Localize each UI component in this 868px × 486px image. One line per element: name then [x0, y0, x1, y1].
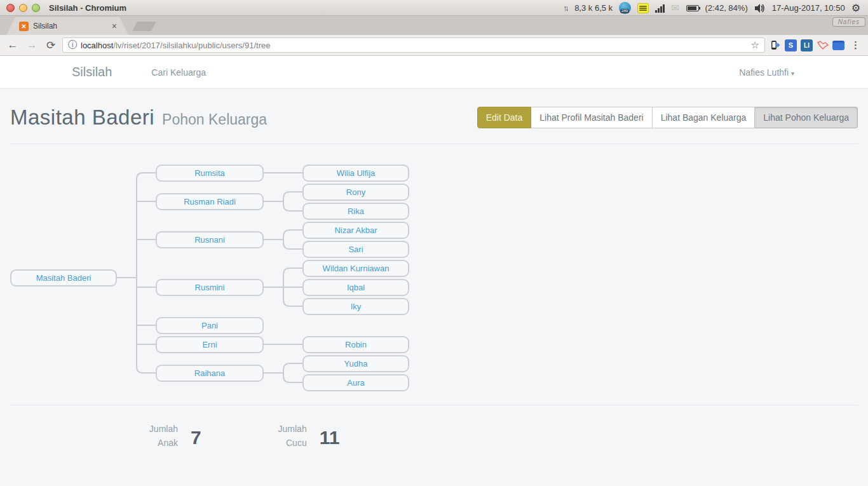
- nav-link-cari-keluarga[interactable]: Cari Keluarga: [151, 67, 206, 78]
- tree-node[interactable]: Rumsita: [156, 165, 264, 182]
- usage-indicator-badge: 289: [620, 9, 629, 13]
- system-tray: ↑↓ 8,3 k 6,5 k 289 ✉ (2:42, 84%) 17-Aug-…: [563, 0, 860, 16]
- mail-icon[interactable]: ✉: [671, 2, 679, 14]
- tab-close-icon[interactable]: ×: [112, 21, 117, 31]
- tree-node[interactable]: Rusman Riadi: [156, 193, 264, 210]
- li-extension-icon[interactable]: LI: [801, 39, 813, 51]
- browser-tab[interactable]: ✕ Silsilah ×: [6, 17, 128, 35]
- lihat-profil-button[interactable]: Lihat Profil Masitah Baderi: [531, 107, 652, 128]
- bookmark-star-icon[interactable]: ☆: [751, 39, 759, 51]
- action-button-group: Edit Data Lihat Profil Masitah Baderi Li…: [477, 107, 858, 128]
- page-titles: Masitah Baderi Pohon Keluarga: [10, 105, 267, 130]
- network-traffic-text: 8,3 k 6,5 k: [574, 3, 613, 13]
- tree-node[interactable]: Rony: [302, 184, 409, 201]
- tree-node[interactable]: Erni: [156, 336, 264, 353]
- stat-anak-value: 7: [191, 427, 201, 449]
- blue-extension-icon[interactable]: [832, 41, 844, 50]
- window-maximize-button[interactable]: [32, 4, 40, 12]
- window-controls: [6, 4, 40, 12]
- stat-cucu-value: 11: [320, 427, 340, 449]
- signal-strength-icon[interactable]: [655, 4, 665, 13]
- battery-status: (2:42, 84%): [705, 3, 748, 13]
- tree-node[interactable]: Sari: [302, 241, 409, 258]
- edit-data-button[interactable]: Edit Data: [477, 107, 532, 128]
- tree-node[interactable]: Pani: [156, 317, 264, 334]
- laravel-extension-icon[interactable]: [817, 39, 829, 51]
- window-title: Silsilah - Chromium: [49, 3, 126, 13]
- usage-indicator-icon[interactable]: 289: [619, 2, 631, 14]
- mobile-view-extension-icon[interactable]: [769, 39, 781, 51]
- gear-icon[interactable]: ⚙: [851, 3, 860, 13]
- stat-cucu-label: Jumlah Cucu: [276, 422, 307, 450]
- battery-icon[interactable]: [686, 5, 699, 11]
- page-header: Masitah Baderi Pohon Keluarga Edit Data …: [0, 89, 868, 144]
- tree-node[interactable]: Iqbal: [302, 279, 409, 296]
- back-button[interactable]: ←: [5, 39, 20, 51]
- url-host: localhost: [81, 41, 113, 50]
- tree-node[interactable]: Rusmini: [156, 279, 264, 296]
- stylish-extension-icon[interactable]: S: [785, 39, 797, 51]
- tree-node[interactable]: Wilia Ulfija: [302, 165, 409, 182]
- url-text[interactable]: localhost/lv/riset/2017/silsilahku/publi…: [81, 41, 270, 50]
- tree-node[interactable]: Iky: [302, 298, 409, 315]
- reload-button[interactable]: ⟳: [43, 39, 58, 52]
- tab-title: Silsilah: [33, 22, 107, 30]
- user-dropdown[interactable]: Nafies Luthfi ▾: [739, 67, 794, 78]
- url-bar[interactable]: ⓘ localhost/lv/riset/2017/silsilahku/pub…: [62, 37, 765, 53]
- tree-node[interactable]: Masitah Baderi: [10, 269, 117, 287]
- lihat-pohon-button[interactable]: Lihat Pohon Keluarga: [755, 107, 858, 128]
- browser-toolbar: ← → ⟳ ⓘ localhost/lv/riset/2017/silsilah…: [0, 35, 868, 56]
- clock[interactable]: 17-Aug-2017, 10:50: [772, 3, 845, 13]
- browser-menu-icon[interactable]: ⋮: [848, 39, 863, 51]
- chevron-down-icon: ▾: [791, 70, 794, 77]
- notes-indicator-icon[interactable]: [637, 3, 649, 13]
- desktop-user-badge: Nafies: [832, 17, 865, 27]
- tree-node[interactable]: Nizar Akbar: [302, 222, 409, 239]
- tree-node[interactable]: Raihana: [156, 365, 264, 382]
- tree-node[interactable]: Wildan Kurniawan: [302, 260, 409, 277]
- new-tab-button[interactable]: [132, 22, 156, 31]
- network-traffic-icon[interactable]: ↑↓: [563, 4, 567, 13]
- window-minimize-button[interactable]: [19, 4, 27, 12]
- tree-node[interactable]: Robin: [302, 336, 409, 353]
- window-close-button[interactable]: [6, 4, 15, 12]
- user-dropdown-label: Nafies Luthfi: [739, 67, 789, 78]
- stats-row: Jumlah Anak 7 Jumlah Cucu 11: [0, 405, 868, 450]
- tree-node[interactable]: Yudha: [302, 355, 409, 372]
- page-info-icon[interactable]: ⓘ: [68, 39, 77, 51]
- top-panel: Silsilah - Chromium ↑↓ 8,3 k 6,5 k 289 ✉…: [0, 0, 868, 16]
- volume-icon[interactable]: [754, 3, 766, 13]
- stat-anak-label: Jumlah Anak: [147, 422, 178, 450]
- url-path: /lv/riset/2017/silsilahku/public/users/9…: [113, 41, 270, 50]
- stat-jumlah-anak: Jumlah Anak 7: [147, 422, 201, 450]
- tab-strip: ✕ Silsilah × Nafies: [0, 16, 868, 35]
- lihat-bagan-button[interactable]: Lihat Bagan Keluarga: [653, 107, 756, 128]
- page-title: Masitah Baderi: [10, 105, 154, 130]
- site-navbar: Silsilah Cari Keluarga Nafies Luthfi ▾: [0, 56, 868, 89]
- family-tree: Masitah BaderiRumsitaWilia UlfijaRusman …: [0, 144, 868, 405]
- tree-node[interactable]: Aura: [302, 374, 409, 391]
- tree-node[interactable]: Rika: [302, 203, 409, 220]
- xampp-favicon-icon: ✕: [19, 22, 29, 31]
- page-subtitle: Pohon Keluarga: [162, 111, 267, 128]
- brand-link[interactable]: Silsilah: [72, 65, 112, 79]
- stat-jumlah-cucu: Jumlah Cucu 11: [276, 422, 340, 450]
- forward-button: →: [24, 39, 39, 51]
- tree-node[interactable]: Rusnani: [156, 231, 264, 248]
